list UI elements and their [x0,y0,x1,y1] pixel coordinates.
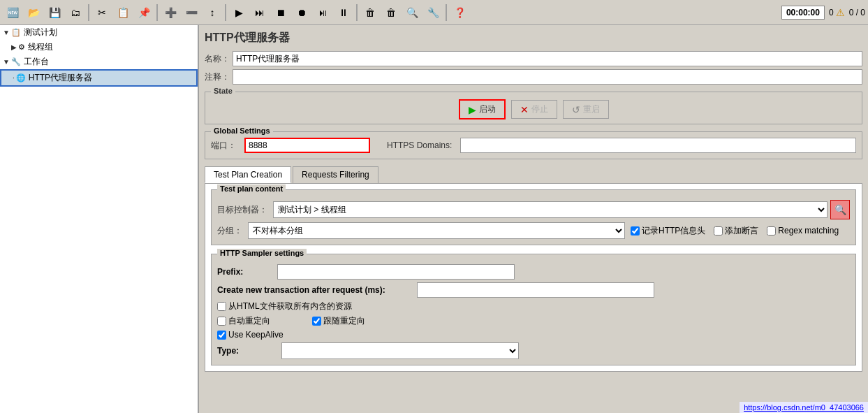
remote-stop-button[interactable]: ⏸ [334,3,353,22]
save-button[interactable]: 💾 [45,3,64,22]
paste-button[interactable]: 📌 [134,3,154,22]
checkbox-regex[interactable]: Regex matching [767,226,839,236]
type-row: Type: [217,342,850,359]
global-settings-title: Global Settings [211,126,273,135]
name-label: 名称： [205,53,230,65]
target-controller-row: 目标控制器： 测试计划 > 线程组 🔍 [217,200,850,219]
help-button[interactable]: ❓ [450,3,469,22]
state-group-title: State [211,87,235,95]
tab-test-plan-creation[interactable]: Test Plan Creation [205,166,291,183]
save-all-button[interactable]: 🗂 [66,3,85,22]
name-row: 名称： [205,51,862,66]
warning-badge: 0 ⚠ [829,7,845,18]
main-layout: ▼ 📋 测试计划 ▶ ⚙ 线程组 ▼ 🔧 工作台 · 🌐 HTTP代理服务器 H… [0,25,868,413]
checkbox-http-header-label: 记录HTTP信息头 [642,225,705,237]
stop-now-button[interactable]: ⏺ [292,3,311,22]
checkbox-regex-input[interactable] [767,226,776,236]
restart-proxy-button[interactable]: ↺ 重启 [563,100,609,119]
tab-requests-filtering-label: Requests Filtering [302,170,369,180]
https-input[interactable] [460,138,856,153]
port-input[interactable] [244,138,370,153]
toolbar: 🆕 📂 💾 🗂 ✂ 📋 📌 ➕ ➖ ↕ ▶ ⏭ ⏹ ⏺ ⏯ ⏸ 🗑 🗑 🔍 🔧 … [0,0,868,25]
checkbox-html-resources-label: 从HTML文件获取所有内含的资源 [228,300,352,312]
checkbox-assertion-input[interactable] [714,226,723,236]
name-input[interactable] [233,51,862,66]
search-button[interactable]: 🔍 [402,3,422,22]
checkbox-auto-redirect-input[interactable] [217,317,226,326]
expand-icon-test-plan: ▼ [3,29,10,36]
tree-item-test-plan[interactable]: ▼ 📋 测试计划 [0,25,198,40]
move-up-button[interactable]: ↕ [203,3,222,22]
checkbox-keepalive[interactable]: Use KeepAlive [217,330,284,340]
tree-label-thread-group: 线程组 [28,41,53,53]
sep1 [88,4,89,21]
checkbox-html-resources[interactable]: 从HTML文件获取所有内含的资源 [217,300,352,312]
https-label: HTTPS Domains: [387,140,452,150]
remote-start-button[interactable]: ⏯ [313,3,332,22]
checkbox-keepalive-input[interactable] [217,331,226,340]
checkbox-follow-redirect-input[interactable] [312,317,321,326]
test-plan-content-group: Test plan content 目标控制器： 测试计划 > 线程组 🔍 分组… [211,189,856,245]
open-button[interactable]: 📂 [24,3,43,22]
clear-button[interactable]: 🗑 [360,3,380,22]
checkbox-http-header-input[interactable] [631,226,640,236]
tree-item-thread-group[interactable]: ▶ ⚙ 线程组 [0,40,198,55]
group-select[interactable]: 不对样本分组 [248,222,625,239]
play-icon: ▶ [469,104,476,115]
tree-label-http-proxy: HTTP代理服务器 [29,72,92,84]
copy-button[interactable]: 📋 [113,3,133,22]
http-sampler-group: HTTP Sampler settings Prefix: Create new… [211,254,856,365]
tree-item-http-proxy[interactable]: · 🌐 HTTP代理服务器 [0,69,198,87]
type-label: Type: [217,346,273,356]
state-buttons: ▶ 启动 ✕ 停止 ↺ 重启 [211,96,856,119]
clear-all-button[interactable]: 🗑 [381,3,401,22]
target-select[interactable]: 测试计划 > 线程组 [273,201,827,218]
target-search-button[interactable]: 🔍 [830,200,850,219]
stop-button[interactable]: ⏹ [271,3,290,22]
toolbar-right: 00:00:00 0 ⚠ 0 / 0 [781,6,865,20]
global-settings-group: Global Settings 端口： HTTPS Domains: [205,131,862,159]
test-plan-content-title: Test plan content [217,184,286,193]
group-row: 分组： 不对样本分组 记录HTTP信息头 添加断言 [217,222,850,239]
checkbox-html-resources-input[interactable] [217,302,226,311]
checkbox-http-header[interactable]: 记录HTTP信息头 [631,225,705,237]
tab-requests-filtering[interactable]: Requests Filtering [293,166,378,183]
tree-icon-test-plan: 📋 [11,28,21,37]
target-label: 目标控制器： [217,204,267,216]
checkbox-keepalive-label: Use KeepAlive [228,330,284,340]
stop-proxy-button[interactable]: ✕ 停止 [511,100,557,119]
checkbox-follow-redirect-label: 跟随重定向 [323,315,365,327]
new-button[interactable]: 🆕 [3,3,22,22]
start-label: 启动 [479,103,496,115]
checkbox-assertion[interactable]: 添加断言 [714,225,758,237]
expand-icon-thread-group: ▶ [11,43,17,51]
tree-item-workbench[interactable]: ▼ 🔧 工作台 [0,55,198,69]
state-group: State ▶ 启动 ✕ 停止 ↺ 重启 [205,92,862,124]
transaction-input[interactable] [417,282,654,298]
add-button[interactable]: ➕ [161,3,180,22]
prefix-input[interactable] [277,264,515,280]
remove-button[interactable]: ➖ [182,3,201,22]
comment-input[interactable] [233,69,862,85]
counters-display: 0 / 0 [849,8,865,17]
start-button[interactable]: ▶ [229,3,249,22]
http-sampler-title: HTTP Sampler settings [217,249,307,257]
tab-content: Test plan content 目标控制器： 测试计划 > 线程组 🔍 分组… [205,183,862,372]
right-panel: HTTP代理服务器 名称： 注释： State ▶ 启动 ✕ 停止 [199,25,868,413]
tree-icon-workbench: 🔧 [11,57,21,66]
tabs-container: Test Plan Creation Requests Filtering Te… [205,166,862,372]
type-select[interactable] [281,342,519,359]
timer-display: 00:00:00 [781,6,825,20]
status-bar: https://blog.csdn.net/m0_47403066 [740,402,868,413]
tree-icon-http-proxy: 🌐 [16,73,26,82]
comment-label: 注释： [205,71,230,83]
comment-row: 注释： [205,69,862,85]
start-proxy-button[interactable]: ▶ 启动 [459,99,506,119]
checkbox-follow-redirect[interactable]: 跟随重定向 [312,315,365,327]
checkbox-auto-redirect[interactable]: 自动重定向 [217,315,270,327]
cut-button[interactable]: ✂ [92,3,112,22]
function-button[interactable]: 🔧 [423,3,443,22]
start-nopause-button[interactable]: ⏭ [250,3,270,22]
port-label: 端口： [211,140,236,152]
sep4 [356,4,358,21]
